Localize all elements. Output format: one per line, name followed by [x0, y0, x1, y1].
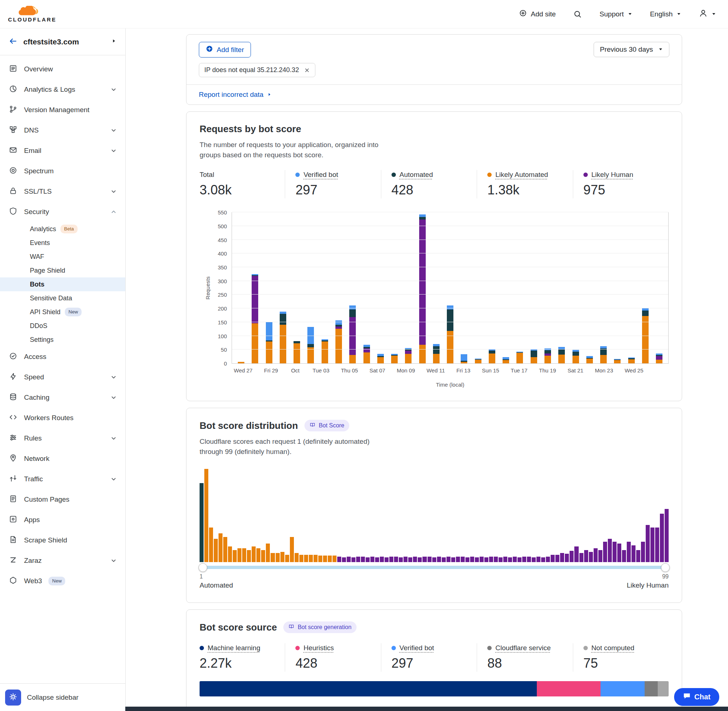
histogram-bar	[560, 553, 564, 562]
chevron-down-icon[interactable]	[111, 435, 117, 441]
sidebar-item-web3[interactable]: Web3New	[0, 571, 125, 591]
chevron-down-icon[interactable]	[111, 395, 117, 400]
histogram-bar	[636, 550, 640, 562]
histogram-bar	[584, 550, 588, 562]
chevron-right-icon[interactable]	[111, 38, 117, 45]
chevron-down-icon[interactable]	[111, 189, 117, 195]
sidebar-item-traffic[interactable]: Traffic	[0, 469, 125, 489]
bar-segment	[573, 356, 579, 363]
score-range-slider[interactable]	[199, 566, 669, 569]
slider-max-label: Likely Human	[627, 581, 669, 589]
add-site-button[interactable]: Add site	[519, 9, 556, 19]
sidebar-item-security-analytics[interactable]: AnalyticsBeta	[0, 222, 125, 236]
chevron-down-icon[interactable]	[111, 558, 117, 563]
sidebar-item-version-management[interactable]: Version Management	[0, 100, 125, 120]
sidebar-item-security-page-shield[interactable]: Page Shield	[0, 264, 125, 277]
sidebar-item-security-settings[interactable]: Settings	[0, 333, 125, 347]
slider-handle-min[interactable]	[198, 563, 207, 572]
source-segment-not-computed	[658, 681, 669, 696]
sidebar-item-apps[interactable]: Apps	[0, 510, 125, 530]
histogram-bar	[536, 557, 540, 562]
language-menu[interactable]: English	[650, 10, 681, 18]
sidebar-item-caching[interactable]: Caching	[0, 387, 125, 408]
chevron-down-icon[interactable]	[111, 374, 117, 380]
histogram-bar	[256, 548, 260, 562]
bar-segment	[656, 360, 663, 364]
stat-not-computed: Not computed75	[573, 643, 669, 672]
report-incorrect-data-link[interactable]: Report incorrect data	[186, 84, 682, 105]
sidebar-item-analytics-logs[interactable]: Analytics & Logs	[0, 80, 125, 100]
speed-icon	[9, 372, 18, 383]
settings-gear-button[interactable]	[5, 689, 21, 705]
sidebar-item-security-ddos[interactable]: DDoS	[0, 319, 125, 333]
date-range-select[interactable]: Previous 30 days	[594, 42, 669, 57]
sidebar-item-rules[interactable]: Rules	[0, 428, 125, 448]
bar-segment	[266, 322, 272, 341]
histogram-bar	[480, 557, 484, 562]
sidebar-item-spectrum[interactable]: Spectrum	[0, 161, 125, 181]
histogram-bar	[470, 557, 474, 562]
search-icon[interactable]	[573, 10, 582, 19]
sidebar-item-access[interactable]: Access	[0, 347, 125, 367]
sidebar-item-speed[interactable]: Speed	[0, 367, 125, 387]
date-range-label: Previous 30 days	[600, 46, 653, 53]
sidebar-item-network[interactable]: Network	[0, 448, 125, 469]
sidebar-item-security[interactable]: Security	[0, 202, 125, 222]
sidebar-item-security-sensitive-data[interactable]: Sensitive Data	[0, 291, 125, 305]
sidebar-item-security-api-shield[interactable]: API ShieldNew	[0, 305, 125, 319]
chevron-down-icon[interactable]	[111, 476, 117, 482]
sidebar-item-dns[interactable]: DNS	[0, 120, 125, 140]
sidebar-item-security-events[interactable]: Events	[0, 236, 125, 250]
chevron-down-icon[interactable]	[111, 127, 117, 133]
bar	[499, 357, 513, 363]
histogram-bar	[461, 557, 465, 562]
chat-button[interactable]: Chat	[674, 688, 719, 706]
sidebar-item-custom-pages[interactable]: Custom Pages	[0, 489, 125, 510]
histogram-bar	[655, 528, 659, 562]
stat-heuristics: Heuristics428	[285, 643, 381, 672]
sidebar-item-scrape-shield[interactable]: Scrape Shield	[0, 530, 125, 550]
histogram-bar	[437, 557, 441, 562]
language-label: English	[650, 10, 673, 18]
y-tick-label: 350	[218, 264, 227, 270]
chevron-up-icon[interactable]	[111, 209, 117, 215]
x-tick-label: Oct	[289, 367, 301, 373]
slider-handle-max[interactable]	[661, 563, 670, 572]
bar	[318, 339, 332, 364]
collapse-sidebar-button[interactable]: Collapse sidebar	[27, 693, 79, 702]
bot-score-generation-doc-badge[interactable]: Bot score generation	[284, 621, 357, 633]
back-arrow-icon[interactable]	[9, 37, 18, 47]
bot-score-doc-badge[interactable]: Bot Score	[304, 420, 349, 431]
histogram-bar	[323, 556, 327, 562]
legend-dot	[391, 646, 396, 650]
chevron-down-icon[interactable]	[111, 87, 117, 93]
histogram-bar	[204, 469, 208, 562]
sidebar-item-email[interactable]: Email	[0, 140, 125, 161]
histogram-bar	[347, 557, 351, 562]
bar-segment	[307, 347, 314, 363]
legend-dot	[487, 173, 492, 177]
sidebar-item-ssl-tls[interactable]: SSL/TLS	[0, 181, 125, 202]
sidebar-item-label: Custom Pages	[24, 496, 69, 503]
add-filter-button[interactable]: Add filter	[199, 42, 251, 58]
bar-segment	[656, 356, 663, 359]
histogram-bar	[422, 557, 427, 562]
remove-filter-icon[interactable]	[304, 67, 310, 73]
custom-pages-icon	[9, 494, 18, 505]
histogram-bar	[413, 557, 417, 562]
account-menu[interactable]	[699, 9, 716, 19]
sidebar-item-workers-routes[interactable]: Workers Routes	[0, 408, 125, 428]
sidebar-item-zaraz[interactable]: Zaraz	[0, 550, 125, 571]
sidebar-item-overview[interactable]: Overview	[0, 59, 125, 80]
sidebar-item-security-bots[interactable]: Bots	[0, 277, 125, 291]
bar	[569, 350, 582, 363]
bar-segment	[433, 346, 440, 354]
bar	[430, 344, 443, 363]
chevron-down-icon	[711, 10, 716, 18]
chevron-down-icon[interactable]	[111, 148, 117, 153]
cloudflare-cloud-icon	[15, 6, 43, 16]
filter-chip[interactable]: IP does not equal 35.212.240.32	[199, 63, 315, 77]
sidebar-item-label: WAF	[30, 253, 44, 261]
sidebar-item-security-waf[interactable]: WAF	[0, 250, 125, 264]
support-menu[interactable]: Support	[600, 10, 633, 18]
